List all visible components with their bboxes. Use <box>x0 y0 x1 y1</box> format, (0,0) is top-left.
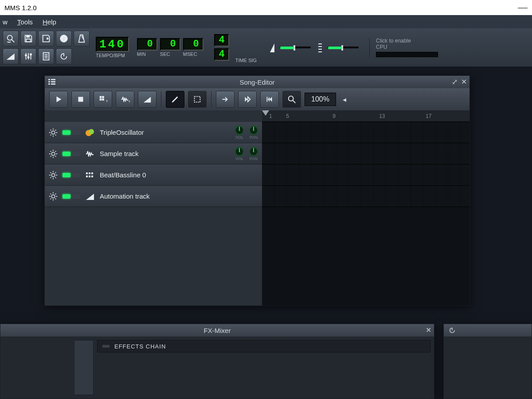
track-row[interactable]: Beat/Bassline 0 <box>45 164 262 186</box>
zoom-left-arrow[interactable]: ◂ <box>340 95 349 104</box>
zoom-value[interactable]: 100% <box>305 93 336 106</box>
timeline-area[interactable]: 1 5 9 13 17 <box>262 110 469 305</box>
add-bb-track-button[interactable]: + <box>94 91 112 108</box>
draw-mode-button[interactable] <box>166 91 184 108</box>
controller-panel-titlebar[interactable] <box>444 324 532 336</box>
master-pitch-slider[interactable] <box>317 42 359 53</box>
timeline-lane[interactable] <box>262 143 469 164</box>
gear-icon[interactable] <box>48 170 58 180</box>
menu-item-help[interactable]: Help <box>43 18 56 26</box>
menu-item-fragment[interactable]: w <box>3 18 8 26</box>
waveform-icon <box>85 149 95 159</box>
track-row[interactable]: Automation track <box>45 186 262 207</box>
pitch-lines-icon <box>317 42 323 53</box>
time-min-value[interactable]: 0 <box>137 38 157 51</box>
fx-mixer-close-icon[interactable]: ✕ <box>426 326 431 334</box>
timesig-label: TIME SIG <box>235 58 257 63</box>
mixer-sliders-button[interactable] <box>20 48 36 64</box>
playhead-cursor-icon[interactable] <box>262 110 269 116</box>
master-volume-button[interactable] <box>3 48 19 64</box>
info-button[interactable]: i <box>56 31 72 47</box>
svg-rect-44 <box>86 172 88 174</box>
svg-rect-23 <box>48 81 50 82</box>
svg-point-50 <box>51 195 55 198</box>
timeline-lane[interactable] <box>262 122 469 143</box>
pan-knob[interactable]: PAN <box>249 147 258 161</box>
vol-knob[interactable]: VOL <box>235 147 244 161</box>
notes-button[interactable] <box>38 48 54 64</box>
gear-icon[interactable] <box>48 128 58 137</box>
song-editor-title: Song-Editor <box>239 78 274 86</box>
timesig-display[interactable]: 4 4 <box>214 34 229 61</box>
fx-chain-led[interactable] <box>102 344 110 348</box>
timesig-num[interactable]: 4 <box>214 34 229 47</box>
goto-next-button[interactable] <box>216 91 235 108</box>
fx-channel-slot[interactable] <box>74 340 94 395</box>
timesig-den[interactable]: 4 <box>214 48 229 61</box>
svg-rect-12 <box>30 54 32 55</box>
mute-led[interactable] <box>63 152 70 156</box>
os-minimize-button[interactable]: — <box>518 2 528 13</box>
svg-rect-10 <box>25 55 27 56</box>
time-msec-value[interactable]: 0 <box>183 38 203 51</box>
time-msec-label: MSEC <box>183 51 197 57</box>
svg-point-42 <box>51 152 55 155</box>
svg-rect-3 <box>26 39 30 42</box>
select-mode-button[interactable] <box>188 91 207 108</box>
pan-knob[interactable]: PAN <box>249 125 258 140</box>
solo-led[interactable] <box>72 194 80 199</box>
save-button[interactable] <box>20 31 36 47</box>
add-automation-track-button[interactable] <box>138 91 156 108</box>
track-row[interactable]: TripleOscillator VOL PAN <box>45 122 262 143</box>
bar-marker: 9 <box>330 113 376 119</box>
track-name[interactable]: Beat/Bassline 0 <box>100 171 258 179</box>
metronome-button[interactable] <box>74 31 90 47</box>
play-button[interactable] <box>49 91 68 108</box>
gear-icon[interactable] <box>48 149 58 159</box>
track-name[interactable]: Sample track <box>100 150 230 157</box>
export-button[interactable] <box>38 31 54 47</box>
fx-chain-header[interactable]: EFFECTS CHAIN <box>97 340 430 352</box>
timeline-lane[interactable] <box>262 186 469 207</box>
controller-rack-button[interactable] <box>56 48 72 64</box>
tempo-value[interactable]: 140 <box>96 37 129 52</box>
fx-mixer-titlebar[interactable]: FX-Mixer ✕ <box>0 324 434 336</box>
solo-led[interactable] <box>72 152 80 156</box>
tempo-display[interactable]: 140 TEMPO/BPM <box>96 37 129 58</box>
svg-point-37 <box>289 96 293 101</box>
timeline-lane[interactable] <box>262 164 469 186</box>
mute-led[interactable] <box>63 130 70 135</box>
zoom-button[interactable] <box>282 91 301 108</box>
skip-end-button[interactable] <box>238 91 257 108</box>
grid-icon <box>85 170 95 180</box>
track-name[interactable]: TripleOscillator <box>100 129 230 136</box>
skip-start-button[interactable] <box>260 91 279 108</box>
master-volume-slider[interactable] <box>269 42 311 53</box>
svg-rect-30 <box>102 96 104 98</box>
add-sample-track-button[interactable]: + <box>116 91 134 108</box>
svg-rect-28 <box>78 97 83 102</box>
timeline-ruler[interactable]: 1 5 9 13 17 <box>262 110 469 122</box>
track-name[interactable]: Automation track <box>100 192 258 200</box>
song-editor-titlebar[interactable]: Song-Editor ⤢ ✕ <box>45 76 469 88</box>
toolbar-button-grid: i <box>3 31 90 64</box>
svg-rect-26 <box>51 81 55 82</box>
menu-item-tools[interactable]: Tools <box>17 18 33 26</box>
cpu-meter[interactable]: Click to enable CPU <box>369 38 438 57</box>
cpu-label: CPU <box>376 44 438 50</box>
mute-led[interactable] <box>63 194 70 199</box>
song-editor-maximize-icon[interactable]: ⤢ <box>452 78 458 86</box>
search-reset-button[interactable] <box>3 31 19 47</box>
track-header-area: TripleOscillator VOL PAN Sample track VO… <box>45 110 262 305</box>
song-editor-close-icon[interactable]: ✕ <box>461 78 467 86</box>
stop-button[interactable] <box>71 91 90 108</box>
mute-led[interactable] <box>63 173 70 177</box>
time-min-label: MIN <box>137 51 146 57</box>
solo-led[interactable] <box>72 130 80 135</box>
time-sec-value[interactable]: 0 <box>160 38 180 51</box>
solo-led[interactable] <box>72 173 80 177</box>
gear-icon[interactable] <box>48 192 58 201</box>
track-row[interactable]: Sample track VOL PAN <box>45 143 262 164</box>
svg-rect-47 <box>86 176 88 177</box>
vol-knob[interactable]: VOL <box>235 125 244 140</box>
